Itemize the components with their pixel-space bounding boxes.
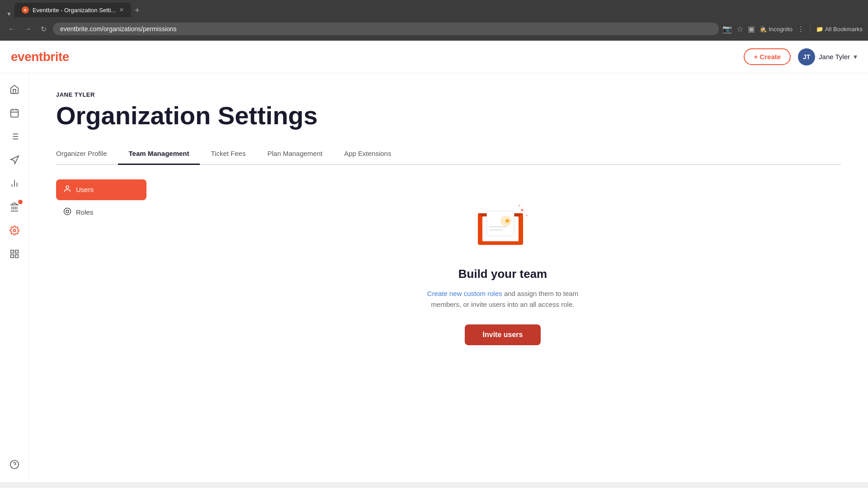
svg-rect-23 [15,254,18,257]
active-tab[interactable]: e Eventbrite - Organization Setti... ✕ [14,3,131,17]
toolbar-actions: 📷 ☆ ▣ 🕵 Incognito ⋮ [722,24,805,34]
settings-icon [9,225,19,238]
apps-icon [9,249,19,261]
build-team-description: Create new custom roles and assign them … [417,288,589,310]
toolbar-divider [810,23,811,34]
sidebar-item-analytics[interactable] [5,174,24,194]
sidebar-item-home[interactable] [5,80,24,100]
forward-button[interactable]: → [22,23,34,35]
sidebar-item-help[interactable] [5,455,24,475]
svg-rect-0 [10,109,18,117]
create-button[interactable]: + Create [744,48,791,65]
build-team-title: Build your team [458,267,547,281]
page-wrapper: eventbrite + Create JT Jane Tyler ▾ [0,41,868,488]
invite-users-button[interactable]: Invite users [465,324,541,345]
sidebar-item-apps[interactable] [5,245,24,265]
svg-rect-20 [10,250,13,253]
svg-point-38 [526,215,528,216]
tabs: Organizer Profile Team Management Ticket… [56,144,841,165]
bookmark-folder-icon: 📁 [816,26,823,33]
svg-point-39 [519,205,520,206]
content-area: JANE TYLER Organization Settings Organiz… [29,73,868,483]
user-name: Jane Tyler [819,53,850,61]
sidebar-item-finance[interactable] [5,198,24,218]
incognito-badge: 🕵 Incognito [760,26,793,33]
finance-badge [18,200,23,204]
users-icon [63,185,71,195]
calendar-icon [9,108,19,120]
team-management-layout: Users Roles [56,179,841,345]
svg-point-26 [66,186,69,188]
megaphone-icon [9,155,19,167]
home-icon [9,84,19,97]
tab-ticket-fees[interactable]: Ticket Fees [200,144,256,165]
sidebar [0,73,29,483]
main-area: JANE TYLER Organization Settings Organiz… [0,73,868,483]
tab-plan-management[interactable]: Plan Management [256,144,333,165]
more-menu-icon[interactable]: ⋮ [797,24,805,34]
list-icon [9,131,19,144]
tab-app-extensions[interactable]: App Extensions [333,144,402,165]
bookmark-icon[interactable]: ☆ [736,24,743,34]
user-menu[interactable]: JT Jane Tyler ▾ [798,48,857,66]
create-roles-link[interactable]: Create new custom roles [427,290,502,297]
eventbrite-logo[interactable]: eventbrite [11,50,69,64]
roles-icon [63,207,71,217]
bookmarks-bar[interactable]: 📁 All Bookmarks [816,26,863,33]
svg-point-19 [13,229,16,232]
incognito-label: Incognito [769,26,793,33]
browser-chrome: ▼ e Eventbrite - Organization Setti... ✕… [0,0,868,41]
sidebar-item-marketing[interactable] [5,151,24,171]
new-tab-button[interactable]: + [131,4,143,17]
tab-team-management[interactable]: Team Management [118,144,200,165]
sidebar-item-settings[interactable] [5,221,24,241]
bank-icon [9,202,19,214]
back-button[interactable]: ← [5,23,18,35]
scrollbar-area [0,483,868,488]
tab-title: Eventbrite - Organization Setti... [33,7,116,14]
analytics-icon [9,178,19,191]
org-label: JANE TYLER [56,91,841,98]
svg-rect-21 [15,250,18,253]
tab-organizer-profile[interactable]: Organizer Profile [56,144,118,165]
browser-tabs: ▼ e Eventbrite - Organization Setti... ✕… [0,0,868,17]
team-menu-roles[interactable]: Roles [56,202,146,223]
extension-icon[interactable]: ▣ [748,24,755,34]
tab-favicon: e [22,6,29,14]
team-sidebar: Users Roles [56,179,146,345]
user-avatar: JT [798,48,815,66]
nav-actions: + Create JT Jane Tyler ▾ [744,48,857,66]
team-menu-users[interactable]: Users [56,179,146,200]
incognito-icon: 🕵 [760,26,767,33]
team-main-content: ★ Build your team Create new custom [165,179,841,345]
page-title: Organization Settings [56,102,841,130]
user-menu-chevron: ▾ [854,52,857,61]
svg-point-27 [64,208,71,215]
svg-marker-18 [11,202,18,205]
svg-point-37 [521,209,524,211]
team-menu-users-label: Users [76,186,94,193]
browser-toolbar: ← → ↻ 📷 ☆ ▣ 🕵 Incognito ⋮ 📁 All Bookmark… [0,17,868,41]
svg-rect-22 [10,254,13,257]
team-menu-roles-label: Roles [76,208,93,216]
reload-button[interactable]: ↻ [38,23,49,35]
tab-nav-arrow[interactable]: ▼ [4,11,14,17]
help-icon [9,460,19,472]
address-bar[interactable] [53,23,719,35]
tab-close-btn[interactable]: ✕ [119,7,124,13]
svg-point-28 [66,210,69,213]
invite-illustration: ★ [473,197,532,256]
camera-off-icon: 📷 [722,24,732,34]
top-nav: eventbrite + Create JT Jane Tyler ▾ [0,41,868,73]
svg-text:★: ★ [504,217,510,225]
sidebar-item-calendar[interactable] [5,104,24,124]
all-bookmarks-label: All Bookmarks [825,26,863,33]
sidebar-item-list[interactable] [5,127,24,147]
